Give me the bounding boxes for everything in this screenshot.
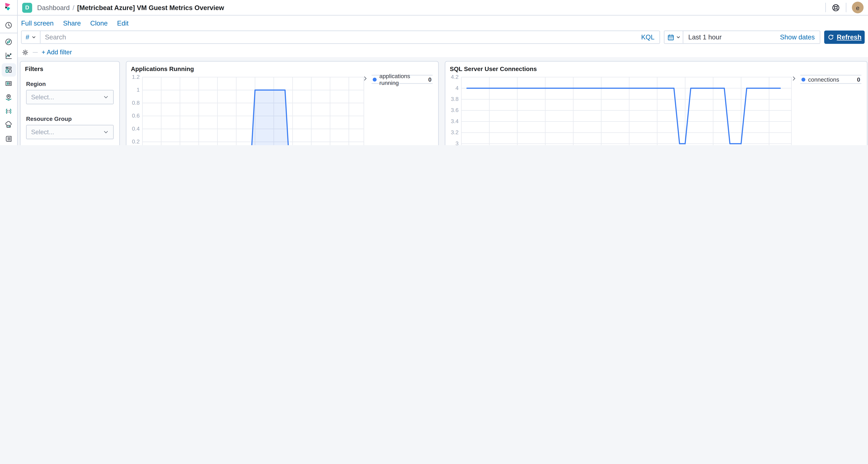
sidebar-item-machine-learning[interactable] bbox=[0, 104, 17, 118]
breadcrumb-separator: / bbox=[72, 4, 74, 11]
calendar-button[interactable] bbox=[664, 31, 683, 43]
clone-button[interactable]: Clone bbox=[90, 20, 107, 27]
elastic-logo[interactable] bbox=[0, 0, 17, 16]
series-color-dot bbox=[373, 78, 376, 81]
svg-text:4.2: 4.2 bbox=[451, 74, 459, 80]
dashboard-icon bbox=[4, 65, 13, 74]
filter-bar: + Add filter bbox=[22, 48, 868, 57]
svg-text:0.6: 0.6 bbox=[132, 113, 140, 119]
time-range-value[interactable]: Last 1 hour bbox=[683, 33, 722, 41]
legend-value: 0 bbox=[857, 76, 860, 83]
full-screen-button[interactable]: Full screen bbox=[21, 20, 54, 27]
svg-text:3.2: 3.2 bbox=[451, 129, 459, 135]
sidebar-item-canvas[interactable] bbox=[0, 76, 17, 90]
cloud-server-icon bbox=[4, 121, 13, 129]
hash-icon: # bbox=[26, 33, 29, 41]
clock-icon bbox=[4, 21, 13, 29]
space-badge[interactable]: D bbox=[22, 2, 32, 12]
legend-value: 0 bbox=[428, 76, 432, 83]
panel-sql-user-connections: SQL Server User Connections 2.833.23.43.… bbox=[445, 61, 867, 145]
panel-applications-running: Applications Running 00.20.40.60.811.213… bbox=[126, 61, 439, 145]
chart-applications-running[interactable]: 00.20.40.60.811.213:2513:3013:3513:4013:… bbox=[128, 73, 367, 145]
svg-text:4: 4 bbox=[456, 85, 459, 91]
legend-label: connections bbox=[808, 76, 839, 83]
content-area: Full screen Share Clone Edit # KQL Last … bbox=[18, 16, 868, 145]
dashboard-grid: Filters Region Select... Resource Group … bbox=[18, 57, 868, 145]
share-button[interactable]: Share bbox=[63, 20, 81, 27]
svg-text:0.4: 0.4 bbox=[132, 126, 140, 132]
panel-title: SQL Server User Connections bbox=[445, 62, 867, 72]
chart-legend: applications running0 bbox=[372, 75, 433, 84]
breadcrumb: Dashboard / [Metricbeat Azure] VM Guest … bbox=[37, 4, 224, 11]
filter-divider bbox=[33, 52, 38, 53]
query-bar: # KQL Last 1 hour Show dates Refresh bbox=[21, 31, 865, 44]
region-label: Region bbox=[26, 81, 114, 87]
canvas-icon bbox=[4, 80, 13, 88]
filter-set-button[interactable]: # bbox=[22, 31, 41, 43]
refresh-icon bbox=[827, 34, 834, 40]
chevron-down-icon bbox=[103, 129, 109, 135]
show-dates-button[interactable]: Show dates bbox=[780, 33, 820, 41]
svg-text:0.2: 0.2 bbox=[132, 138, 140, 145]
sidebar-item-visualize[interactable] bbox=[0, 49, 17, 63]
sidebar-item-maps[interactable] bbox=[0, 90, 17, 104]
elastic-logo-icon bbox=[3, 2, 14, 13]
app-sidebar bbox=[0, 0, 18, 145]
refresh-button[interactable]: Refresh bbox=[824, 31, 865, 44]
panel-title: Filters bbox=[21, 62, 119, 72]
chart-legend: connections0 bbox=[800, 75, 861, 84]
svg-text:0.8: 0.8 bbox=[132, 100, 140, 106]
time-picker: Last 1 hour Show dates bbox=[664, 31, 820, 44]
kql-language-button[interactable]: KQL bbox=[636, 33, 659, 41]
add-filter-button[interactable]: + Add filter bbox=[42, 49, 72, 55]
svg-text:3.8: 3.8 bbox=[451, 96, 459, 102]
filter-field-region: Region Select... bbox=[26, 81, 114, 104]
resource-group-label: Resource Group bbox=[26, 116, 114, 122]
sidebar-item-recently-viewed[interactable] bbox=[0, 18, 17, 32]
sidebar-item-metrics[interactable] bbox=[0, 118, 17, 132]
kibana-app: D Dashboard / [Metricbeat Azure] VM Gues… bbox=[0, 0, 868, 145]
svg-text:1: 1 bbox=[136, 87, 140, 93]
filter-field-resource-group: Resource Group Select... bbox=[26, 116, 114, 139]
chevron-down-icon bbox=[676, 35, 680, 39]
region-select[interactable]: Select... bbox=[26, 90, 114, 104]
panel-title: Applications Running bbox=[126, 62, 438, 72]
legend-label: applications running bbox=[379, 73, 426, 86]
chart-icon bbox=[4, 52, 13, 60]
resource-group-select[interactable]: Select... bbox=[26, 125, 114, 139]
sidebar-item-logs[interactable] bbox=[0, 132, 17, 145]
header-divider bbox=[846, 3, 846, 12]
compass-icon bbox=[4, 38, 13, 46]
svg-text:3.4: 3.4 bbox=[451, 118, 459, 124]
legend-expand-icon[interactable] bbox=[363, 76, 368, 81]
sidebar-divider bbox=[0, 33, 18, 33]
search-input[interactable] bbox=[40, 33, 636, 41]
legend-item[interactable]: applications running0 bbox=[372, 75, 433, 84]
chevron-down-icon bbox=[32, 35, 36, 39]
svg-text:3.6: 3.6 bbox=[451, 107, 459, 113]
page-title: [Metricbeat Azure] VM Guest Metrics Over… bbox=[77, 4, 224, 11]
svg-text:3: 3 bbox=[456, 140, 459, 145]
map-pin-icon bbox=[4, 93, 13, 101]
header-divider bbox=[825, 3, 826, 12]
top-header: D Dashboard / [Metricbeat Azure] VM Gues… bbox=[18, 0, 868, 16]
search-box: # KQL bbox=[21, 31, 660, 44]
dashboard-menu: Full screen Share Clone Edit bbox=[21, 20, 868, 27]
calendar-icon bbox=[667, 33, 674, 41]
legend-item[interactable]: connections0 bbox=[800, 75, 861, 84]
help-icon[interactable] bbox=[831, 3, 840, 12]
machine-learning-icon bbox=[4, 107, 13, 116]
breadcrumb-dashboard-link[interactable]: Dashboard bbox=[37, 4, 70, 11]
panel-filters: Filters Region Select... Resource Group … bbox=[20, 61, 120, 145]
filter-options-gear-icon[interactable] bbox=[22, 49, 29, 56]
series-color-dot bbox=[802, 78, 805, 81]
legend-expand-icon[interactable] bbox=[792, 76, 797, 81]
chevron-down-icon bbox=[103, 94, 109, 100]
chart-sql-user-connections[interactable]: 2.833.23.43.63.844.213:2513:3013:3513:40… bbox=[446, 73, 795, 145]
sidebar-item-discover[interactable] bbox=[0, 35, 17, 49]
header-right: e bbox=[820, 2, 864, 13]
edit-button[interactable]: Edit bbox=[117, 20, 128, 27]
sidebar-item-dashboard[interactable] bbox=[0, 63, 17, 76]
logs-icon bbox=[4, 135, 13, 143]
user-avatar[interactable]: e bbox=[852, 2, 864, 13]
